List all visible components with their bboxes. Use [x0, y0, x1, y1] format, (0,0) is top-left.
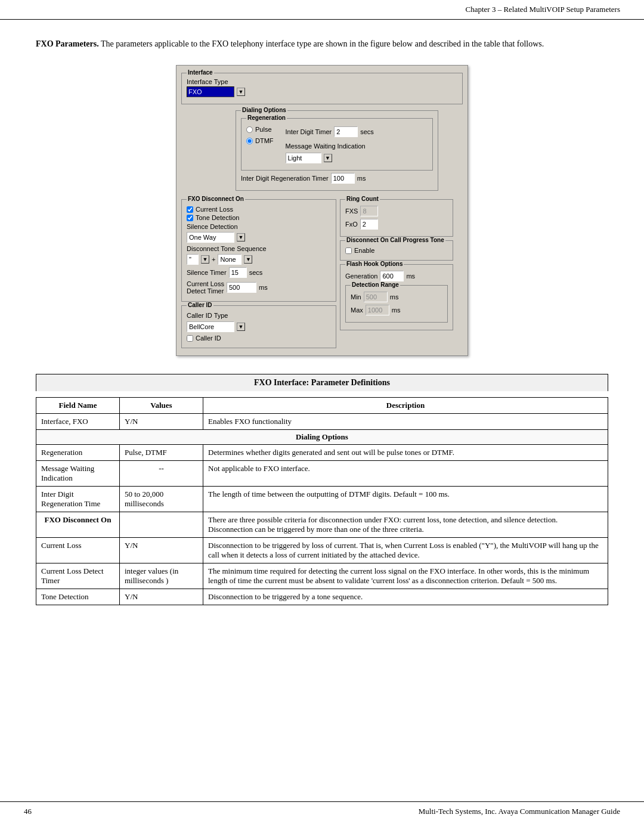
field-cell: Current Loss — [36, 538, 120, 563]
main-content: FXO Parameters. The parameters applicabl… — [0, 20, 644, 623]
bellcore-dropdown[interactable]: ▼ — [237, 323, 245, 331]
current-loss-detect-input[interactable] — [227, 282, 256, 293]
fxo-input[interactable] — [360, 219, 378, 230]
desc-cell: Disconnection to be triggered by loss of… — [203, 538, 608, 563]
fxo-disconnect-label: FXO Disconnect On — [187, 196, 245, 202]
interface-group: Interface Interface Type ▼ — [181, 73, 463, 104]
fxs-label: FXS — [345, 208, 358, 215]
inter-digit-regen-input[interactable] — [331, 173, 355, 184]
current-loss-detect-label2: Detect Timer — [187, 287, 224, 295]
caller-id-checkbox[interactable] — [187, 335, 193, 342]
one-way-input[interactable] — [187, 232, 234, 243]
table-title: FXO Interface: Parameter Definitions — [36, 374, 608, 391]
dtmf-radio-row: DTMF — [246, 137, 274, 144]
regeneration-group: Regeneration Pulse DTMF — [241, 118, 433, 171]
caller-id-label: Caller ID — [187, 302, 213, 308]
bellcore-input[interactable] — [187, 321, 234, 332]
values-cell — [120, 512, 203, 538]
dialog-left-panel: FXO Disconnect On Current Loss Tone Dete… — [181, 197, 336, 351]
values-cell: integer values (in milliseconds ) — [120, 563, 203, 589]
regeneration-label: Regeneration — [246, 114, 287, 121]
fxs-input — [360, 206, 378, 216]
current-loss-detect-row: Current Loss Detect Timer ms — [187, 280, 331, 295]
ring-count-group: Ring Count FXS FxO — [340, 199, 453, 237]
fxo-row: FxO — [345, 219, 448, 230]
values-cell: 50 to 20,000 milliseconds — [120, 487, 203, 512]
interface-type-input[interactable] — [187, 86, 234, 97]
desc-cell: The minimum time required for detecting … — [203, 563, 608, 589]
field-cell: Message Waiting Indication — [36, 461, 120, 487]
silence-timer-label: Silence Timer — [187, 269, 227, 276]
max-input — [366, 305, 389, 315]
interface-type-dropdown[interactable]: ▼ — [237, 88, 245, 96]
table-row: Regeneration Pulse, DTMF Determines whet… — [36, 445, 608, 461]
msg-waiting-label: Message Waiting Indication — [286, 143, 374, 150]
table-container: FXO Interface: Parameter Definitions Fie… — [36, 374, 608, 605]
min-input — [364, 292, 388, 302]
none-dropdown[interactable]: ▼ — [244, 255, 252, 264]
light-input[interactable] — [286, 153, 321, 163]
pulse-radio-row: Pulse — [246, 126, 274, 133]
disconnect-tone-seq-row: ▼ + ▼ — [187, 254, 331, 265]
col-values: Values — [120, 398, 203, 414]
table-row: FXO Disconnect On There are three possib… — [36, 512, 608, 538]
enable-row: Enable — [345, 247, 448, 254]
current-loss-checkbox[interactable] — [187, 206, 193, 213]
field-cell: Tone Detection — [36, 589, 120, 605]
fxo-disconnect-group: FXO Disconnect On Current Loss Tone Dete… — [181, 199, 336, 302]
intro-text: The parameters applicable to the FXO tel… — [99, 39, 544, 48]
table-row: Current Loss Detect Timer integer values… — [36, 563, 608, 589]
current-loss-detect-label: Current Loss — [187, 280, 224, 287]
inter-digit-label: Inter Digit Timer — [286, 128, 332, 135]
dialing-options-label: Dialing Options — [241, 107, 287, 113]
values-cell: Y/N — [120, 414, 203, 430]
ms-label3: ms — [406, 272, 415, 280]
none-input[interactable] — [218, 254, 242, 265]
flash-hook-label: Flash Hook Options — [345, 261, 404, 267]
pulse-radio[interactable] — [246, 126, 253, 133]
page-header: Chapter 3 – Related MultiVOIP Setup Para… — [0, 0, 644, 20]
page-footer: 46 Multi-Tech Systems, Inc. Avaya Commun… — [0, 801, 644, 821]
field-cell: Inter Digit Regeneration Time — [36, 487, 120, 512]
generation-input[interactable] — [380, 271, 404, 281]
min-row: Min ms — [351, 292, 442, 302]
table-row: Current Loss Y/N Disconnection to be tri… — [36, 538, 608, 563]
dialog-right-panel: Ring Count FXS FxO — [340, 197, 453, 333]
caller-id-check-row: Caller ID — [187, 335, 331, 342]
ms-label5: ms — [392, 306, 401, 314]
pulse-label: Pulse — [255, 126, 272, 133]
desc-cell: Enables FXO functionality — [203, 414, 608, 430]
one-way-dropdown[interactable]: ▼ — [237, 233, 245, 241]
dtmf-radio[interactable] — [246, 138, 253, 144]
dialog-container: Interface Interface Type ▼ Dialing Optio… — [36, 65, 608, 356]
inter-digit-regen-label: Inter Digit Regeneration Timer — [241, 175, 329, 182]
intro-bold: FXO Parameters. — [36, 39, 99, 48]
table-row: Interface, FXO Y/N Enables FXO functiona… — [36, 414, 608, 430]
enable-checkbox[interactable] — [345, 247, 352, 254]
fxo-label: FxO — [345, 221, 358, 228]
section-header-dialing: Dialing Options — [36, 430, 608, 445]
field-cell: Current Loss Detect Timer — [36, 563, 120, 589]
generation-row: Generation ms — [345, 271, 448, 281]
secs-label: secs — [360, 128, 374, 135]
inter-digit-input[interactable] — [334, 126, 358, 137]
intro-paragraph: FXO Parameters. The parameters applicabl… — [36, 38, 608, 51]
dtmf-label: DTMF — [255, 137, 274, 144]
values-cell: Y/N — [120, 589, 203, 605]
light-dropdown[interactable]: ▼ — [324, 154, 332, 162]
silence-timer-input[interactable] — [229, 267, 247, 278]
max-label: Max — [351, 306, 363, 314]
generation-label: Generation — [345, 272, 377, 280]
page-number: 46 — [24, 807, 32, 816]
caller-id-type-label: Caller ID Type — [187, 312, 228, 319]
secs-label2: secs — [249, 269, 263, 276]
silence-detection-label: Silence Detection — [187, 223, 238, 230]
tone-dropdown1[interactable]: ▼ — [201, 255, 209, 264]
section-label-dialing: Dialing Options — [36, 430, 608, 445]
enable-label: Enable — [354, 247, 374, 254]
tone-val1-input[interactable] — [187, 254, 199, 265]
tone-detection-checkbox[interactable] — [187, 215, 193, 221]
desc-cell: The length of time between the outputtin… — [203, 487, 608, 512]
values-cell: Pulse, DTMF — [120, 445, 203, 461]
tone-detection-row: Tone Detection — [187, 214, 331, 221]
